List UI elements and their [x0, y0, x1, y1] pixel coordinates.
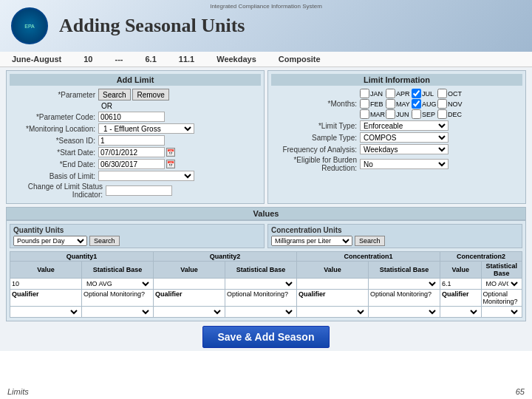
burden-label: *Eligible for Burden Reduction: [271, 156, 360, 172]
qty1-stat-cell[interactable]: MO AVG [82, 279, 154, 290]
opt1-select[interactable] [83, 307, 151, 316]
qty2-header: Quantity2 [154, 252, 297, 262]
month-mar-checkbox[interactable] [360, 109, 369, 119]
conc2-value-cell[interactable] [440, 279, 481, 290]
freq-select[interactable]: Weekdays [360, 144, 449, 154]
parameter-label: *Parameter [10, 91, 98, 99]
qty-units-select[interactable]: Pounds per Day [13, 236, 87, 246]
footer-right: 65 [516, 387, 525, 396]
change-status-label: Change of Limit Status Indicator: [10, 183, 106, 199]
qty2-value-input[interactable] [155, 279, 223, 288]
month-apr-checkbox[interactable] [386, 89, 395, 98]
qty2-stat-cell[interactable] [225, 279, 297, 290]
opt3-select[interactable] [370, 307, 438, 316]
conc1-value-input[interactable] [299, 279, 366, 288]
season-id-input[interactable] [98, 135, 165, 146]
limit-type-label: *Limit Type: [271, 122, 360, 130]
remove-parameter-button[interactable]: Remove [132, 89, 168, 100]
month-sep-checkbox[interactable] [412, 109, 421, 119]
stat-col-header4: Statistical Base [481, 262, 522, 279]
opt3-cell[interactable] [369, 307, 440, 318]
logo-container: EPA [7, 4, 52, 48]
qual4-select[interactable] [442, 307, 479, 316]
qty-units-search-button[interactable]: Search [89, 236, 120, 246]
qual2-cell[interactable] [154, 307, 225, 318]
qual1-select[interactable] [12, 307, 80, 316]
epa-logo: EPA [11, 7, 48, 44]
opt4-select[interactable] [483, 307, 520, 316]
month-dec: DEC [437, 109, 463, 119]
month-dec-label: DEC [448, 111, 462, 118]
conc1-stat-cell[interactable] [369, 279, 440, 290]
month-jan-checkbox[interactable] [360, 89, 369, 98]
qual4-cell[interactable] [440, 307, 481, 318]
month-dec-checkbox[interactable] [437, 109, 447, 119]
opt2-select[interactable] [227, 307, 295, 316]
burden-select[interactable]: No [360, 159, 449, 169]
conc2-stat-cell[interactable]: MO AVG [481, 279, 522, 290]
qty1-stat-select[interactable]: MO AVG [83, 279, 151, 288]
conc-units-title: Concentration Units [271, 226, 519, 234]
qual3-cell[interactable] [297, 307, 369, 318]
form-columns: Add Limit *Parameter Search Remove OR *P… [6, 70, 526, 204]
conc-units-search-button[interactable]: Search [355, 236, 385, 246]
conc1-header: Concentration1 [297, 252, 440, 262]
qty1-value-cell[interactable] [10, 279, 82, 290]
qualifier-label3: Qualifier [297, 290, 369, 307]
month-may-checkbox[interactable] [386, 99, 395, 109]
season-id-label: *Season ID: [10, 137, 98, 145]
param-code-input[interactable] [98, 112, 165, 122]
qual2-select[interactable] [155, 307, 223, 316]
qual1-cell[interactable] [10, 307, 82, 318]
main-content: Add Limit *Parameter Search Remove OR *P… [0, 67, 532, 351]
month-may-label: MAY [396, 100, 410, 108]
limit-type-select[interactable]: Enforceable [360, 120, 449, 131]
opt2-cell[interactable] [225, 307, 297, 318]
conc-units-select[interactable]: Milligrams per Liter [271, 236, 352, 246]
summary-season: June-August [12, 55, 61, 64]
month-oct: OCT [437, 89, 463, 98]
conc1-stat-select[interactable] [370, 279, 438, 288]
change-status-input[interactable] [106, 185, 172, 196]
month-feb-checkbox[interactable] [360, 99, 369, 109]
search-parameter-button[interactable]: Search [98, 89, 131, 100]
conc2-stat-select[interactable]: MO AVG [483, 279, 520, 288]
qual3-select[interactable] [299, 307, 366, 316]
month-aug-checkbox[interactable] [412, 99, 421, 109]
qty2-stat-select[interactable] [227, 279, 295, 288]
month-mar-label: MAR [370, 111, 385, 118]
parameter-row: *Parameter Search Remove [10, 89, 261, 100]
conc2-value-input[interactable] [442, 279, 479, 288]
month-aug: AUG [412, 99, 437, 109]
burden-row: *Eligible for Burden Reduction: No [271, 156, 522, 172]
header: Integrated Compliance Information System… [0, 0, 532, 52]
save-add-season-button[interactable]: Save & Add Season [202, 326, 330, 348]
footer: Limits 65 [7, 387, 525, 396]
month-jul-checkbox[interactable] [412, 89, 421, 98]
month-oct-checkbox[interactable] [437, 89, 447, 98]
month-jun-checkbox[interactable] [386, 109, 395, 119]
month-nov-checkbox[interactable] [437, 99, 447, 109]
end-date-input[interactable] [98, 159, 165, 169]
opt4-cell[interactable] [481, 307, 522, 318]
stat-col-header3: Statistical Base [369, 262, 440, 279]
qty1-value-input[interactable] [12, 279, 80, 288]
sample-type-select[interactable]: COMPOS [360, 132, 449, 143]
opt1-cell[interactable] [82, 307, 154, 318]
months-grid: JAN APR JUL OCT [360, 89, 463, 119]
months-label: *Months: [271, 100, 360, 108]
end-date-calendar-icon[interactable]: 📅 [166, 160, 175, 168]
values-table: Quantity1 Quantity2 Concentration1 Conce… [10, 251, 522, 318]
conc1-value-cell[interactable] [297, 279, 369, 290]
start-date-input[interactable] [98, 147, 165, 157]
basis-select[interactable] [98, 171, 194, 181]
month-feb-label: FEB [370, 100, 383, 108]
save-section: Save & Add Season [6, 326, 526, 348]
monitoring-loc-select[interactable]: 1 - Effluent Gross [98, 123, 194, 134]
qty2-value-cell[interactable] [154, 279, 225, 290]
sample-type-row: Sample Type: COMPOS [271, 132, 522, 143]
month-jan: JAN [360, 89, 385, 98]
start-date-calendar-icon[interactable]: 📅 [166, 148, 175, 157]
month-jun-label: JUN [396, 111, 409, 118]
conc-units-box: Concentration Units Milligrams per Liter… [267, 224, 522, 248]
